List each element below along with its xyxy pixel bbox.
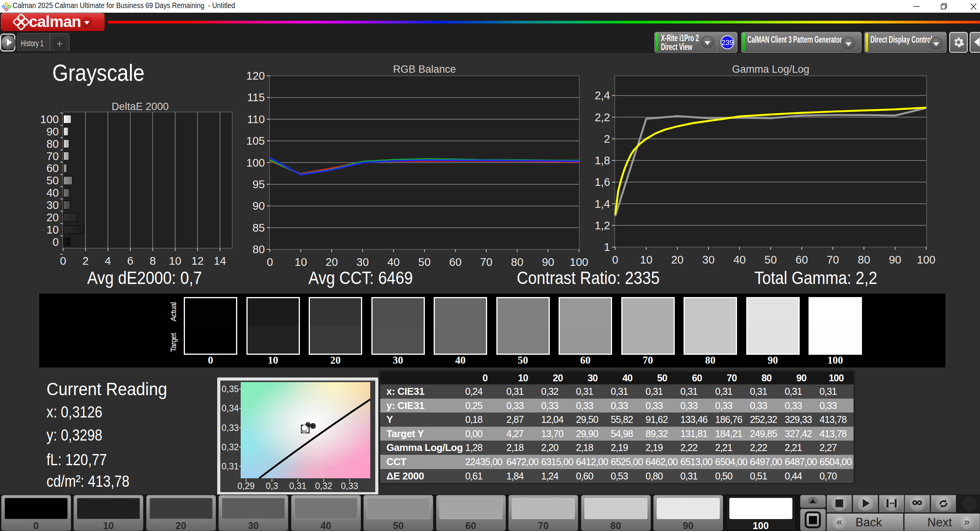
svg-text:0,31: 0,31 [221,461,239,471]
svg-text:105: 105 [246,135,265,147]
svg-text:2,4: 2,4 [595,89,610,102]
svg-text:0,33: 0,33 [341,481,358,491]
svg-text:80: 80 [858,254,870,266]
svg-text:12: 12 [191,255,204,267]
svg-text:90: 90 [542,256,554,268]
svg-text:70: 70 [47,150,59,162]
svg-text:100: 100 [917,254,935,266]
svg-text:90: 90 [889,254,901,266]
svg-text:70: 70 [480,256,492,268]
svg-text:0,29: 0,29 [238,481,255,491]
svg-text:4: 4 [105,255,111,267]
svg-text:6: 6 [127,255,133,267]
svg-text:90: 90 [253,200,265,212]
svg-text:80: 80 [511,256,523,268]
svg-text:Gamma Log/Log: Gamma Log/Log [732,63,809,75]
svg-text:0: 0 [267,256,273,268]
svg-text:0,31: 0,31 [289,481,306,491]
svg-text:95: 95 [253,178,265,190]
svg-text:60: 60 [449,256,461,268]
svg-text:RGB Balance: RGB Balance [393,63,456,75]
svg-text:1,6: 1,6 [595,176,610,188]
svg-text:30: 30 [356,256,369,268]
svg-text:0: 0 [612,254,618,266]
svg-text:60: 60 [47,162,59,174]
svg-text:0,33: 0,33 [221,423,239,433]
svg-text:20: 20 [671,254,684,266]
svg-text:115: 115 [247,91,265,104]
svg-text:20: 20 [47,211,59,224]
svg-text:1,8: 1,8 [595,154,610,167]
svg-text:85: 85 [253,222,265,234]
svg-text:80: 80 [253,243,265,255]
svg-text:40: 40 [387,256,399,268]
svg-text:110: 110 [247,113,265,125]
svg-text:50: 50 [418,256,431,268]
svg-text:80: 80 [47,138,59,150]
svg-text:30: 30 [702,254,715,266]
svg-text:100: 100 [570,256,588,268]
svg-text:1: 1 [604,241,610,253]
svg-text:14: 14 [214,255,226,267]
svg-text:0,34: 0,34 [221,403,239,413]
svg-text:0,32: 0,32 [221,442,239,452]
svg-text:10: 10 [47,224,59,236]
svg-text:60: 60 [795,254,808,266]
svg-text:10: 10 [294,256,307,268]
svg-text:90: 90 [47,125,59,138]
svg-text:2: 2 [604,133,610,145]
svg-text:1,2: 1,2 [595,219,610,232]
svg-text:8: 8 [150,255,156,267]
svg-text:0,3: 0,3 [266,481,278,491]
svg-text:50: 50 [47,174,59,187]
svg-text:0,32: 0,32 [315,481,333,491]
svg-text:0,35: 0,35 [221,384,239,394]
svg-text:2,2: 2,2 [595,111,610,124]
svg-text:100: 100 [40,113,59,125]
svg-text:40: 40 [733,254,745,266]
svg-text:1,4: 1,4 [595,198,610,210]
svg-text:50: 50 [764,254,777,266]
svg-text:20: 20 [326,256,338,268]
svg-text:0: 0 [60,255,66,267]
svg-text:120: 120 [246,70,265,82]
svg-text:2: 2 [82,255,88,267]
svg-text:40: 40 [47,187,59,199]
svg-text:10: 10 [640,254,652,266]
svg-text:70: 70 [827,254,839,266]
svg-text:100: 100 [246,157,265,169]
svg-text:30: 30 [47,199,59,211]
svg-text:10: 10 [169,255,181,267]
svg-text:DeltaE 2000: DeltaE 2000 [111,101,169,112]
svg-text:0: 0 [53,236,59,248]
